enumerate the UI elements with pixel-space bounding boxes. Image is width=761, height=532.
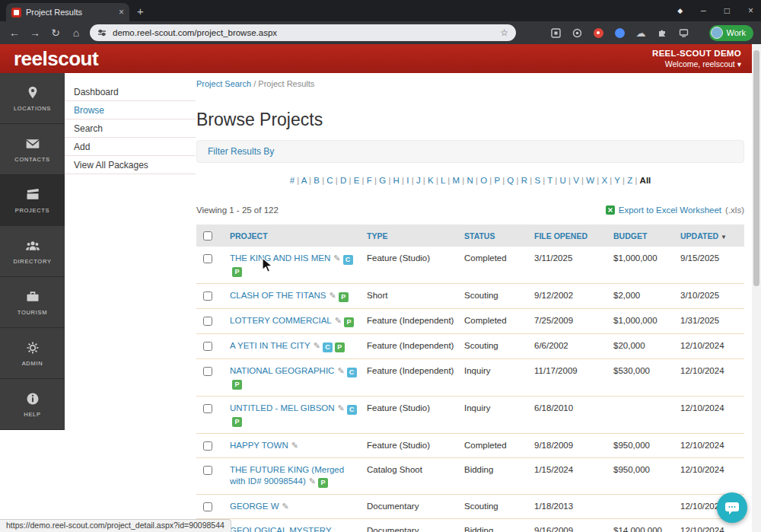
- new-tab-button[interactable]: +: [137, 5, 144, 18]
- blue-badge-extension-icon[interactable]: [614, 27, 626, 39]
- send-to-device-icon[interactable]: [678, 27, 689, 39]
- column-header-updated[interactable]: UPDATED▼: [676, 225, 744, 247]
- packages-badge[interactable]: P: [318, 478, 328, 488]
- project-link[interactable]: LOTTERY COMMERCIAL: [230, 316, 332, 325]
- edit-pencil-icon[interactable]: ✎: [309, 476, 316, 486]
- alphabet-link-N[interactable]: N: [466, 176, 473, 185]
- packages-badge[interactable]: P: [339, 292, 349, 302]
- export-excel-link[interactable]: Export to Excel Worksheet (.xls): [606, 205, 744, 215]
- project-link[interactable]: HAPPY TOWN: [230, 441, 288, 450]
- tab-close-icon[interactable]: ×: [119, 8, 124, 17]
- row-checkbox[interactable]: [203, 367, 212, 376]
- alphabet-link-All[interactable]: All: [640, 176, 651, 185]
- breadcrumb-link-project-search[interactable]: Project Search: [196, 79, 251, 88]
- alphabet-link-G[interactable]: G: [379, 176, 386, 185]
- sidebar-item-contacts[interactable]: CONTACTS: [0, 124, 65, 175]
- edit-pencil-icon[interactable]: ✎: [335, 316, 342, 325]
- select-all-checkbox[interactable]: [203, 231, 212, 241]
- grid-extension-icon[interactable]: [550, 27, 562, 39]
- project-link[interactable]: CLASH OF THE TITANS: [230, 291, 326, 300]
- contacts-badge[interactable]: C: [343, 255, 353, 265]
- browser-profile-chip[interactable]: Work: [709, 25, 753, 41]
- contacts-badge[interactable]: C: [347, 405, 357, 415]
- reload-icon[interactable]: ↻: [49, 27, 62, 39]
- edit-pencil-icon[interactable]: ✎: [291, 441, 298, 450]
- menu-item-browse[interactable]: Browse: [65, 101, 196, 119]
- row-checkbox[interactable]: [203, 441, 212, 451]
- forward-icon[interactable]: →: [28, 27, 42, 39]
- alphabet-link-W[interactable]: W: [586, 176, 594, 185]
- packages-badge[interactable]: P: [232, 267, 242, 277]
- close-button[interactable]: ×: [748, 5, 753, 16]
- edit-pencil-icon[interactable]: ✎: [333, 253, 340, 263]
- edit-pencil-icon[interactable]: ✎: [314, 341, 320, 350]
- scrollbar-thumb[interactable]: [753, 50, 759, 286]
- row-checkbox[interactable]: [203, 502, 212, 511]
- alphabet-link-A[interactable]: A: [301, 176, 307, 185]
- packages-badge[interactable]: P: [232, 417, 242, 427]
- page-scrollbar[interactable]: [752, 44, 761, 532]
- alphabet-link-V[interactable]: V: [573, 176, 579, 185]
- row-checkbox[interactable]: [203, 317, 212, 326]
- alphabet-link-Y[interactable]: Y: [614, 176, 619, 185]
- alphabet-link-H[interactable]: H: [393, 176, 400, 185]
- menu-item-view-all-packages[interactable]: View All Packages: [65, 156, 196, 174]
- alphabet-link-P[interactable]: P: [494, 176, 499, 185]
- puzzle-extensions-icon[interactable]: [657, 27, 668, 39]
- edit-pencil-icon[interactable]: ✎: [282, 502, 289, 511]
- sidebar-item-locations[interactable]: LOCATIONS: [0, 73, 65, 124]
- contacts-badge[interactable]: C: [347, 368, 357, 377]
- bookmark-star-icon[interactable]: ☆: [500, 27, 508, 38]
- project-link[interactable]: THE KING AND HIS MEN: [230, 253, 330, 263]
- alphabet-link-R[interactable]: R: [521, 176, 527, 185]
- sidebar-item-directory[interactable]: DIRECTORY: [0, 226, 65, 277]
- sidebar-item-projects[interactable]: PROJECTS: [0, 175, 65, 226]
- row-checkbox[interactable]: [203, 466, 212, 475]
- column-header-project[interactable]: PROJECT: [225, 225, 362, 247]
- alphabet-link-S[interactable]: S: [534, 176, 540, 185]
- project-link[interactable]: A YETI IN THE CITY: [230, 341, 310, 350]
- alphabet-link-X[interactable]: X: [601, 176, 607, 185]
- packages-badge[interactable]: P: [344, 317, 354, 327]
- alphabet-link-M[interactable]: M: [452, 176, 460, 185]
- sidebar-item-help[interactable]: HELP: [0, 379, 65, 430]
- chat-widget-button[interactable]: [717, 492, 747, 523]
- project-link[interactable]: GEORGE W: [230, 502, 279, 511]
- menu-item-add[interactable]: Add: [65, 138, 196, 156]
- row-checkbox[interactable]: [203, 254, 212, 263]
- alphabet-link-C[interactable]: C: [326, 176, 333, 185]
- sidebar-item-admin[interactable]: ADMIN: [0, 328, 65, 379]
- reelscout-logo[interactable]: reelscout: [14, 47, 98, 71]
- welcome-dropdown[interactable]: Welcome, reelscout ▾: [652, 59, 741, 68]
- site-settings-icon[interactable]: [97, 28, 107, 37]
- row-checkbox[interactable]: [203, 342, 212, 351]
- column-header-status[interactable]: STATUS: [460, 225, 530, 247]
- packages-badge[interactable]: P: [232, 380, 242, 390]
- menu-item-search[interactable]: Search: [65, 119, 196, 138]
- column-header-budget[interactable]: BUDGET: [609, 225, 676, 247]
- row-checkbox[interactable]: [203, 404, 212, 413]
- filter-results-toggle[interactable]: Filter Results By: [196, 140, 744, 163]
- red-badge-extension-icon[interactable]: [593, 27, 604, 39]
- alphabet-link-O[interactable]: O: [480, 176, 487, 185]
- edit-pencil-icon[interactable]: ✎: [338, 403, 345, 413]
- cloud-icon[interactable]: ☁: [635, 27, 647, 39]
- alphabet-link-B[interactable]: B: [314, 176, 320, 185]
- column-header-file-opened[interactable]: FILE OPENED: [530, 225, 609, 247]
- browser-tab[interactable]: Project Results ×: [6, 3, 129, 21]
- packages-badge[interactable]: P: [335, 342, 345, 352]
- sparkle-icon[interactable]: ◆: [677, 7, 683, 14]
- menu-item-dashboard[interactable]: Dashboard: [65, 83, 196, 101]
- alphabet-link-F[interactable]: F: [367, 176, 372, 185]
- home-icon[interactable]: ⌂: [69, 27, 83, 39]
- address-bar[interactable]: demo.reel-scout.com/project_browse.aspx …: [90, 24, 516, 41]
- minimize-button[interactable]: –: [701, 5, 706, 16]
- alphabet-link-Q[interactable]: Q: [507, 176, 514, 185]
- sidebar-item-tourism[interactable]: TOURISM: [0, 277, 65, 328]
- row-checkbox[interactable]: [203, 291, 212, 301]
- edit-pencil-icon[interactable]: ✎: [337, 366, 344, 375]
- maximize-button[interactable]: □: [724, 5, 730, 16]
- edit-pencil-icon[interactable]: ✎: [330, 291, 336, 300]
- column-header-type[interactable]: TYPE: [362, 225, 460, 247]
- project-link[interactable]: NATIONAL GEOGRAPHIC: [230, 366, 334, 375]
